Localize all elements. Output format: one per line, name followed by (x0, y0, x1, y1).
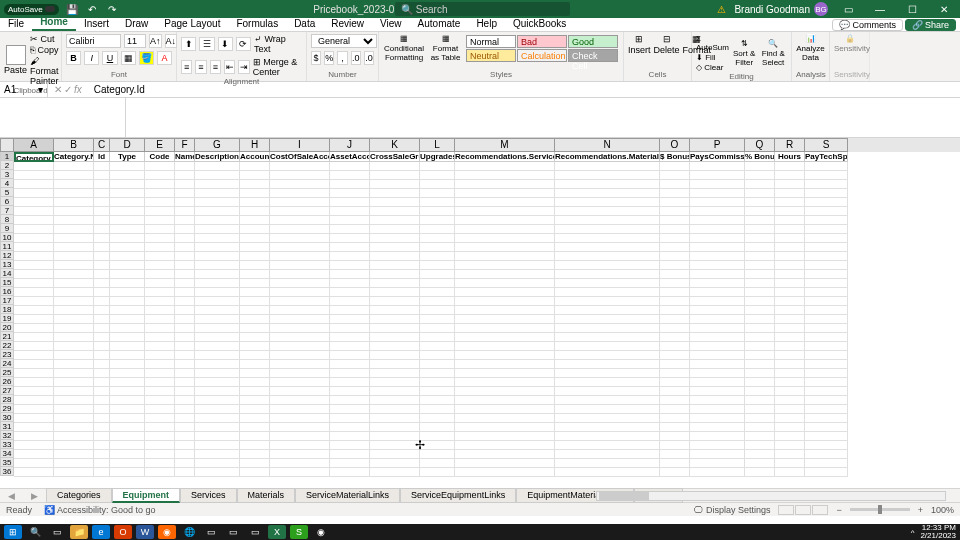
cell[interactable] (14, 270, 54, 279)
cell[interactable] (420, 243, 455, 252)
cell[interactable] (370, 243, 420, 252)
cell[interactable] (775, 252, 805, 261)
cell[interactable] (145, 468, 175, 477)
cell[interactable] (805, 243, 848, 252)
cell[interactable] (270, 189, 330, 198)
cell[interactable] (805, 369, 848, 378)
cell[interactable] (805, 198, 848, 207)
cell[interactable] (370, 405, 420, 414)
cell[interactable] (370, 441, 420, 450)
header-cell[interactable]: PaysCommission (690, 152, 745, 162)
cell[interactable] (370, 198, 420, 207)
cell[interactable] (94, 243, 110, 252)
sheet-tab-services[interactable]: Services (180, 488, 237, 503)
cell[interactable] (145, 432, 175, 441)
cell[interactable] (805, 162, 848, 171)
cell[interactable] (270, 333, 330, 342)
app-icon[interactable]: ◉ (158, 525, 176, 539)
cell[interactable] (240, 171, 270, 180)
cell[interactable] (14, 162, 54, 171)
cell[interactable] (370, 288, 420, 297)
cell[interactable] (660, 225, 690, 234)
cell[interactable] (555, 198, 660, 207)
cell[interactable] (370, 270, 420, 279)
cell[interactable] (54, 234, 94, 243)
sheet-nav-prev-icon[interactable]: ◀ (0, 491, 23, 501)
cell[interactable] (94, 351, 110, 360)
cell[interactable] (240, 279, 270, 288)
cell[interactable] (370, 216, 420, 225)
cell[interactable] (270, 207, 330, 216)
col-header-F[interactable]: F (175, 138, 195, 152)
cell[interactable] (660, 405, 690, 414)
cell[interactable] (94, 450, 110, 459)
row-header-3[interactable]: 3 (0, 170, 14, 179)
cell[interactable] (420, 414, 455, 423)
cell[interactable] (175, 378, 195, 387)
cell-styles-gallery[interactable]: Normal Bad Good Neutral Calculation Chec… (466, 35, 618, 62)
cell[interactable] (175, 243, 195, 252)
align-middle-button[interactable]: ☰ (199, 37, 214, 51)
cell[interactable] (175, 441, 195, 450)
col-header-I[interactable]: I (270, 138, 330, 152)
cell[interactable] (745, 342, 775, 351)
cell[interactable] (805, 270, 848, 279)
cell[interactable] (145, 306, 175, 315)
cell[interactable] (175, 405, 195, 414)
cell[interactable] (690, 441, 745, 450)
cell[interactable] (94, 468, 110, 477)
cell[interactable] (94, 189, 110, 198)
cell[interactable] (330, 414, 370, 423)
cell[interactable] (110, 189, 145, 198)
cell[interactable] (690, 207, 745, 216)
cell[interactable] (240, 306, 270, 315)
cell[interactable] (110, 459, 145, 468)
cell[interactable] (14, 369, 54, 378)
cell[interactable] (175, 252, 195, 261)
maximize-icon[interactable]: ☐ (900, 1, 924, 17)
cell[interactable] (270, 216, 330, 225)
cell[interactable] (555, 351, 660, 360)
row-header-11[interactable]: 11 (0, 242, 14, 251)
cell[interactable] (270, 423, 330, 432)
cell[interactable] (110, 162, 145, 171)
analyze-data-button[interactable]: 📊Analyze Data (796, 34, 825, 62)
cell[interactable] (110, 324, 145, 333)
tab-formulas[interactable]: Formulas (228, 16, 286, 31)
cell[interactable] (660, 171, 690, 180)
cell[interactable] (420, 360, 455, 369)
cell[interactable] (745, 450, 775, 459)
cell[interactable] (745, 279, 775, 288)
cell[interactable] (175, 261, 195, 270)
cell[interactable] (110, 378, 145, 387)
cell[interactable] (195, 387, 240, 396)
cell[interactable] (175, 171, 195, 180)
cell[interactable] (240, 216, 270, 225)
cell[interactable] (175, 216, 195, 225)
cell[interactable] (775, 243, 805, 252)
cell[interactable] (690, 315, 745, 324)
italic-button[interactable]: I (84, 51, 99, 65)
cell[interactable] (330, 396, 370, 405)
row-header-4[interactable]: 4 (0, 179, 14, 188)
cell[interactable] (195, 450, 240, 459)
cell[interactable] (370, 297, 420, 306)
cell[interactable] (420, 207, 455, 216)
row-header-22[interactable]: 22 (0, 341, 14, 350)
cell[interactable] (805, 378, 848, 387)
cell[interactable] (745, 432, 775, 441)
increase-font-button[interactable]: A↑ (149, 34, 162, 48)
cell[interactable] (555, 288, 660, 297)
tab-insert[interactable]: Insert (76, 16, 117, 31)
cell[interactable] (14, 378, 54, 387)
comma-button[interactable]: , (337, 51, 347, 65)
cell[interactable] (555, 252, 660, 261)
cell[interactable] (660, 360, 690, 369)
cell[interactable] (775, 450, 805, 459)
cell[interactable] (775, 333, 805, 342)
cell[interactable] (54, 225, 94, 234)
cell[interactable] (775, 270, 805, 279)
cell[interactable] (420, 288, 455, 297)
cell[interactable] (54, 279, 94, 288)
cell[interactable] (370, 315, 420, 324)
